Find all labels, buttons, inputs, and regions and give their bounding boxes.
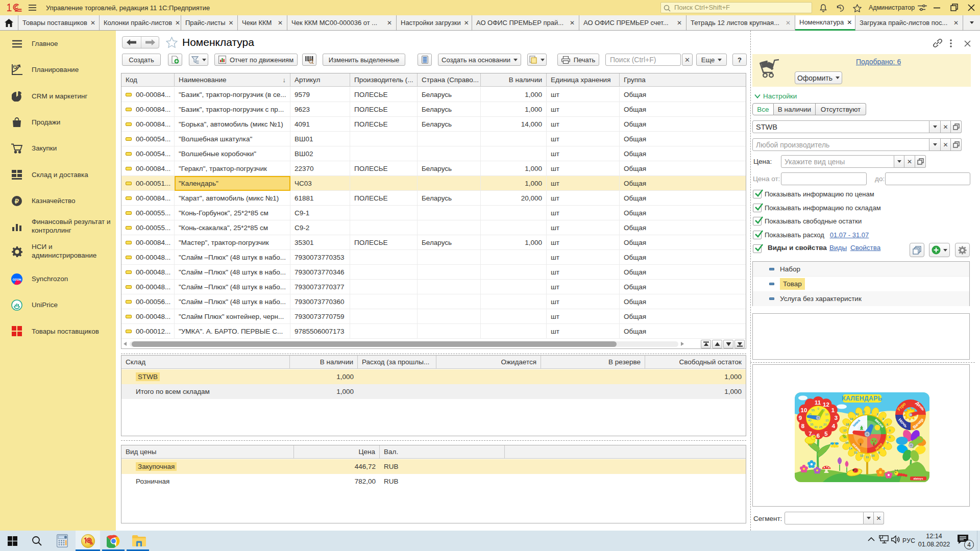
svg-text:5: 5 [824, 431, 828, 437]
svg-text:10: 10 [801, 407, 807, 413]
svg-text:14: 14 [849, 447, 852, 450]
svg-text:11: 11 [866, 456, 869, 459]
svg-text:4: 4 [832, 423, 836, 429]
svg-text:КАЛЕНДАРЬ: КАЛЕНДАРЬ [842, 395, 883, 402]
svg-text:19: 19 [850, 417, 853, 420]
svg-text:35: 35 [810, 423, 814, 426]
svg-text:17: 17 [843, 429, 847, 432]
svg-text:alatoys: alatoys [914, 477, 923, 480]
svg-text:₽: ₽ [14, 64, 17, 69]
svg-text:12: 12 [823, 402, 829, 408]
svg-text:25: 25 [819, 425, 822, 429]
svg-text:8: 8 [801, 423, 805, 429]
svg-text:₽: ₽ [15, 197, 19, 205]
svg-text:18: 18 [846, 423, 849, 426]
svg-text:15: 15 [845, 441, 849, 444]
svg-text:21: 21 [862, 410, 866, 413]
svg-text:55: 55 [811, 409, 815, 412]
svg-text:15: 15 [825, 419, 829, 422]
svg-text:12: 12 [860, 454, 864, 457]
svg-text:40: 40 [808, 419, 812, 422]
svg-text:10: 10 [825, 413, 828, 416]
svg-text:3: 3 [835, 415, 838, 421]
svg-text:20: 20 [823, 423, 827, 426]
svg-text:10: 10 [871, 454, 875, 457]
svg-text:13: 13 [854, 451, 857, 454]
svg-text:20: 20 [855, 413, 859, 416]
svg-text:OZON: OZON [12, 278, 21, 281]
svg-text:30: 30 [814, 425, 818, 429]
svg-text:9: 9 [799, 415, 802, 421]
svg-text:11: 11 [815, 399, 821, 406]
svg-text:1: 1 [831, 407, 835, 413]
